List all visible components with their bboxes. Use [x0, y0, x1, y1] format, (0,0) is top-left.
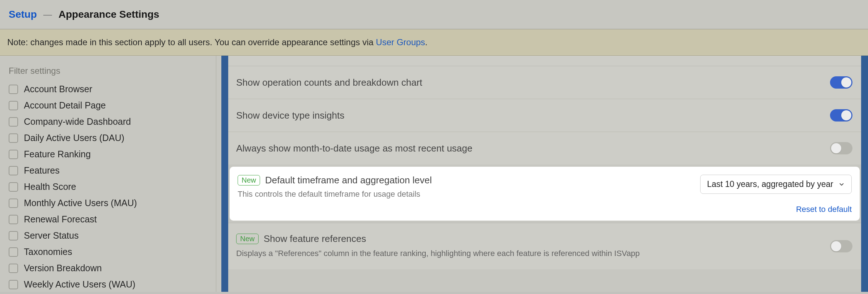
setting-row-operation-counts: Show operation counts and breakdown char…	[228, 66, 861, 99]
accent-stripe-left	[221, 56, 228, 292]
filter-label: Monthly Active Users (MAU)	[24, 198, 137, 208]
checkbox[interactable]	[9, 199, 18, 208]
setting-row-partial	[228, 56, 861, 66]
filter-label: Account Browser	[24, 84, 92, 94]
filter-label: Account Detail Page	[24, 100, 106, 111]
toggle-device-type[interactable]	[830, 109, 852, 122]
setting-title: Show feature references	[264, 233, 366, 244]
checkbox[interactable]	[9, 264, 18, 273]
accent-stripe-right	[861, 56, 868, 292]
setting-title: Always show month-to-date usage as most …	[236, 143, 472, 154]
setting-title: Show operation counts and breakdown char…	[236, 77, 422, 88]
chevron-down-icon	[838, 181, 845, 188]
setting-row-month-to-date: Always show month-to-date usage as most …	[228, 132, 861, 165]
filter-item-account-detail[interactable]: Account Detail Page	[9, 100, 207, 111]
breadcrumb-separator: —	[43, 9, 52, 20]
filter-item-mau[interactable]: Monthly Active Users (MAU)	[9, 198, 207, 208]
filter-label: Features	[24, 165, 60, 176]
filter-item-version-breakdown[interactable]: Version Breakdown	[9, 263, 207, 273]
toggle-feature-references[interactable]	[830, 240, 852, 252]
setting-row-device-type: Show device type insights	[228, 99, 861, 132]
filter-item-features[interactable]: Features	[9, 165, 207, 176]
checkbox[interactable]	[9, 133, 18, 143]
filter-label: Company-wide Dashboard	[24, 116, 131, 127]
filter-label: Taxonomies	[24, 247, 72, 257]
filter-item-account-browser[interactable]: Account Browser	[9, 84, 207, 94]
checkbox[interactable]	[9, 117, 18, 127]
filter-item-renewal-forecast[interactable]: Renewal Forecast	[9, 214, 207, 225]
checkbox[interactable]	[9, 182, 18, 192]
new-badge: New	[236, 234, 259, 244]
setting-desc: Displays a "References" column in the fe…	[236, 247, 640, 259]
filter-item-company-dashboard[interactable]: Company-wide Dashboard	[9, 116, 207, 127]
dropdown-value: Last 10 years, aggregated by year	[707, 179, 833, 189]
filter-item-taxonomies[interactable]: Taxonomies	[9, 247, 207, 257]
filter-item-server-status[interactable]: Server Status	[9, 230, 207, 241]
checkbox[interactable]	[9, 280, 18, 289]
filter-item-wau[interactable]: Weekly Active Users (WAU)	[9, 279, 207, 290]
filter-title: Filter settings	[9, 66, 207, 76]
checkbox[interactable]	[9, 150, 18, 159]
filter-label: Server Status	[24, 230, 78, 241]
checkbox[interactable]	[9, 231, 18, 240]
setting-title: Show device type insights	[236, 110, 344, 121]
new-badge: New	[238, 175, 260, 186]
settings-content: Reset to default Show operation counts a…	[216, 56, 868, 292]
page-title: Appearance Settings	[59, 9, 159, 20]
breadcrumb: Setup — Appearance Settings	[0, 0, 868, 29]
setup-link[interactable]: Setup	[9, 9, 37, 20]
checkbox[interactable]	[9, 85, 18, 94]
filter-item-health-score[interactable]: Health Score	[9, 182, 207, 192]
checkbox[interactable]	[9, 101, 18, 110]
filter-label: Version Breakdown	[24, 263, 102, 273]
info-banner: Note: changes made in this section apply…	[0, 29, 868, 56]
filter-label: Health Score	[24, 182, 76, 192]
filter-item-feature-ranking[interactable]: Feature Ranking	[9, 149, 207, 159]
timeframe-dropdown[interactable]: Last 10 years, aggregated by year	[700, 175, 852, 194]
filter-label: Daily Active Users (DAU)	[24, 133, 124, 143]
filter-item-dau[interactable]: Daily Active Users (DAU)	[9, 133, 207, 143]
checkbox[interactable]	[9, 247, 18, 257]
reset-default-link[interactable]: Reset to default	[238, 205, 852, 214]
toggle-operation-counts[interactable]	[830, 76, 852, 89]
setting-row-timeframe: New Default timeframe and aggregation le…	[230, 167, 860, 221]
info-banner-suffix: .	[425, 37, 427, 47]
toggle-month-to-date[interactable]	[830, 142, 852, 154]
setting-title: Default timeframe and aggregation level	[265, 175, 432, 186]
checkbox[interactable]	[9, 166, 18, 175]
filter-sidebar: Filter settings Account Browser Account …	[0, 56, 216, 292]
filter-label: Weekly Active Users (WAU)	[24, 279, 135, 290]
setting-row-feature-references: New Show feature references Displays a "…	[228, 223, 861, 269]
user-groups-link[interactable]: User Groups	[376, 37, 425, 47]
info-banner-text: Note: changes made in this section apply…	[7, 37, 376, 47]
filter-label: Renewal Forecast	[24, 214, 97, 225]
setting-desc: This controls the default timeframe for …	[238, 189, 432, 199]
checkbox[interactable]	[9, 215, 18, 224]
filter-label: Feature Ranking	[24, 149, 91, 159]
